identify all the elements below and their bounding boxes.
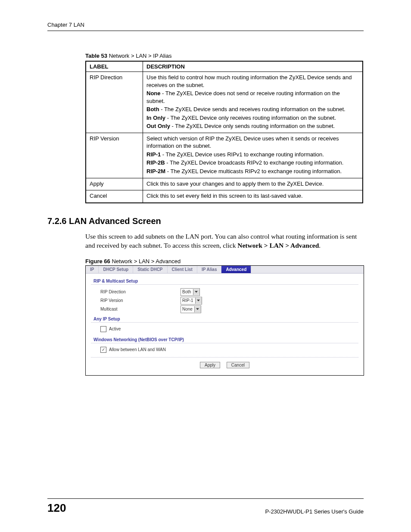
chevron-down-icon — [195, 298, 202, 304]
table-caption-text: Network > LAN > IP Alias — [107, 53, 171, 59]
description-table: LABEL DESCRIPTION RIP DirectionUse this … — [85, 61, 363, 203]
cancel-button[interactable]: Cancel — [227, 362, 249, 368]
table-row: CancelClick this to set every field in t… — [86, 190, 363, 203]
row-rip-version: RIP Version RIP-1 — [100, 297, 358, 305]
page-footer: 120 P-2302HWUDL-P1 Series User's Guide — [47, 498, 364, 515]
select-rip-version-value: RIP-1 — [182, 298, 193, 303]
table-row: RIP DirectionUse this field to control h… — [86, 72, 363, 133]
table-cell-label: Apply — [86, 178, 143, 190]
table-row: ApplyClick this to save your changes and… — [86, 178, 363, 190]
section-title-netbios: Windows Networking (NetBIOS over TCP/IP) — [91, 335, 358, 343]
row-allow-lan-wan: ✓ Allow between LAN and WAN — [100, 347, 358, 353]
row-active: Active — [100, 326, 358, 332]
tab-advanced[interactable]: Advanced — [221, 266, 251, 273]
table-caption-bold: Table 53 — [85, 53, 107, 59]
label-active: Active — [109, 327, 121, 331]
select-rip-direction-value: Both — [182, 289, 191, 294]
table-header-label: LABEL — [86, 61, 143, 72]
table-caption: Table 53 Network > LAN > IP Alias — [85, 53, 364, 59]
section-title-anyip: Any IP Setup — [91, 314, 358, 323]
select-rip-direction[interactable]: Both — [181, 288, 200, 296]
tab-bar: IPDHCP SetupStatic DHCPClient ListIP Ali… — [86, 266, 364, 274]
para-post: . — [319, 242, 321, 249]
figure-caption: Figure 66 Network > LAN > Advanced — [85, 258, 364, 264]
figure-screenshot: IPDHCP SetupStatic DHCPClient ListIP Ali… — [85, 265, 364, 376]
select-multicast-value: None — [182, 307, 193, 311]
table-row: RIP VersionSelect which version of RIP t… — [86, 133, 363, 178]
row-multicast: Multicast None — [100, 305, 358, 313]
table-cell-label: RIP Version — [86, 133, 143, 178]
section-title-rip: RIP & Multicast Setup — [91, 276, 358, 285]
tab-dhcp-setup[interactable]: DHCP Setup — [99, 266, 133, 273]
page-header: Chapter 7 LAN — [47, 22, 364, 31]
para-bold: Network > LAN > Advanced — [237, 242, 319, 249]
table-cell-label: Cancel — [86, 190, 143, 203]
section-heading: 7.2.6 LAN Advanced Screen — [47, 216, 364, 226]
figure-caption-text: Network > LAN > Advanced — [110, 258, 181, 264]
section-paragraph: Use this screen to add subnets on the LA… — [85, 232, 364, 250]
tab-static-dhcp[interactable]: Static DHCP — [133, 266, 167, 273]
row-rip-direction: RIP Direction Both — [100, 288, 358, 296]
label-multicast: Multicast — [100, 307, 178, 311]
label-rip-direction: RIP Direction — [100, 289, 178, 294]
table-cell-description: Click this to save your changes and to a… — [143, 178, 363, 190]
footer-guide-name: P-2302HWUDL-P1 Series User's Guide — [265, 508, 364, 515]
table-cell-description: Click this to set every field in this sc… — [143, 190, 363, 203]
tab-ip[interactable]: IP — [86, 266, 99, 273]
checkbox-allow-lan-wan[interactable]: ✓ — [100, 347, 106, 353]
table-cell-description: Select which version of RIP the ZyXEL De… — [143, 133, 363, 178]
chevron-down-icon — [193, 289, 199, 295]
checkbox-active[interactable] — [100, 326, 106, 332]
tab-ip-alias[interactable]: IP Alias — [197, 266, 222, 273]
label-rip-version: RIP Version — [100, 298, 178, 303]
figure-caption-bold: Figure 66 — [85, 258, 110, 264]
label-allow-lan-wan: Allow between LAN and WAN — [109, 347, 166, 352]
table-cell-label: RIP Direction — [86, 72, 143, 133]
button-row: Apply Cancel — [91, 357, 358, 368]
page-number: 120 — [47, 501, 66, 515]
tab-client-list[interactable]: Client List — [168, 266, 197, 273]
chevron-down-icon — [194, 306, 201, 312]
select-rip-version[interactable]: RIP-1 — [181, 297, 202, 305]
table-header-description: DESCRIPTION — [143, 61, 363, 72]
table-cell-description: Use this field to control how much routi… — [143, 72, 363, 133]
apply-button[interactable]: Apply — [200, 362, 220, 368]
select-multicast[interactable]: None — [181, 305, 201, 313]
